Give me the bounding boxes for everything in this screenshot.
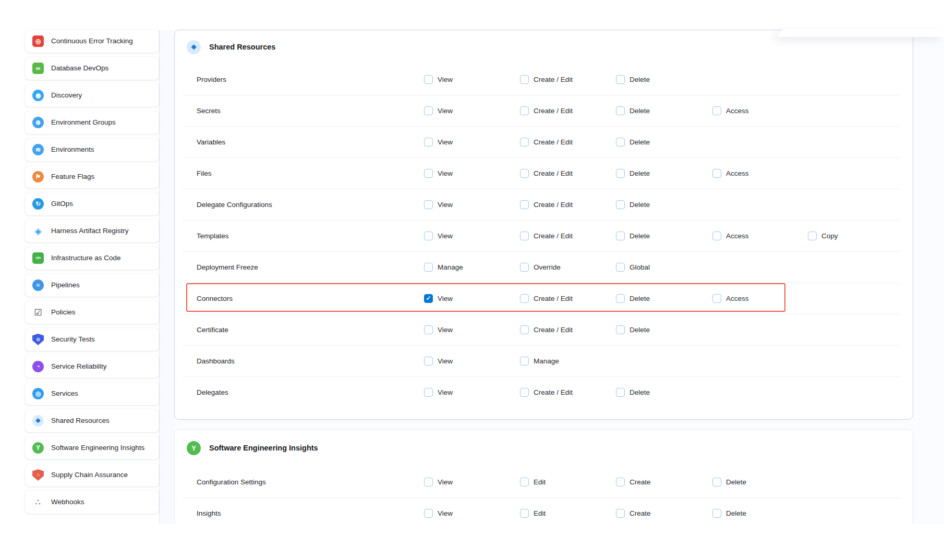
copy-checkbox[interactable] (808, 232, 817, 240)
sidebar-item-software-engineering-insights[interactable]: YSoftware Engineering Insights (25, 436, 159, 459)
permission-label[interactable]: View (438, 388, 453, 396)
sidebar-item-services[interactable]: ◎Services (25, 382, 159, 405)
permission-label[interactable]: Delete (630, 201, 650, 209)
create-edit-checkbox[interactable] (520, 232, 529, 240)
sidebar-item-security-tests[interactable]: ⊙Security Tests (25, 328, 159, 351)
permission-label[interactable]: Delete (630, 138, 650, 146)
view-checkbox[interactable] (424, 325, 433, 334)
create-edit-checkbox[interactable] (520, 325, 529, 334)
permission-label[interactable]: Delete (630, 76, 650, 83)
permission-label[interactable]: Create / Edit (534, 138, 573, 146)
sidebar-item-database-devops[interactable]: ∞Database DevOps (25, 57, 159, 80)
view-checkbox[interactable] (424, 200, 433, 209)
permission-label[interactable]: Delete (726, 478, 746, 486)
permission-label[interactable]: View (438, 201, 453, 209)
permission-label[interactable]: Create / Edit (534, 295, 573, 302)
permission-label[interactable]: View (438, 138, 453, 146)
permission-label[interactable]: Create / Edit (534, 388, 573, 396)
sidebar-item-pipelines[interactable]: ≈Pipelines (25, 274, 159, 297)
permission-label[interactable]: View (438, 509, 453, 517)
override-checkbox[interactable] (520, 263, 529, 272)
sidebar-item-harness-artifact-registry[interactable]: ◈Harness Artifact Registry (25, 220, 159, 242)
create-checkbox[interactable] (616, 478, 625, 486)
sidebar-item-infrastructure-as-code[interactable]: </>Infrastructure as Code (25, 247, 159, 270)
permission-label[interactable]: View (438, 107, 453, 115)
delete-checkbox[interactable] (616, 294, 625, 303)
permission-label[interactable]: Create / Edit (534, 169, 573, 177)
create-edit-checkbox[interactable] (520, 388, 529, 397)
manage-checkbox[interactable] (424, 263, 433, 272)
view-checkbox[interactable] (424, 169, 433, 178)
global-checkbox[interactable] (616, 263, 625, 272)
permission-label[interactable]: Manage (534, 357, 559, 365)
permission-label[interactable]: Create (630, 478, 651, 486)
permission-label[interactable]: View (438, 169, 453, 177)
create-edit-checkbox[interactable] (520, 138, 529, 147)
permission-label[interactable]: Create / Edit (534, 232, 573, 240)
delete-checkbox[interactable] (712, 509, 721, 518)
permission-label[interactable]: Delete (630, 232, 650, 240)
sidebar-item-service-reliability[interactable]: ◔Service Reliability (25, 355, 159, 378)
permission-label[interactable]: Create (630, 509, 651, 517)
permission-label[interactable]: View (438, 76, 453, 83)
delete-checkbox[interactable] (616, 388, 625, 397)
sidebar-item-supply-chain-assurance[interactable]: ∴Supply Chain Assurance (25, 464, 159, 486)
create-edit-checkbox[interactable] (520, 294, 529, 303)
view-checkbox[interactable] (424, 232, 433, 240)
permission-label[interactable]: Edit (534, 509, 546, 517)
access-checkbox[interactable] (712, 169, 721, 178)
delete-checkbox[interactable] (616, 138, 625, 147)
sidebar-item-discovery[interactable]: ◉Discovery (25, 84, 159, 107)
permission-label[interactable]: Access (726, 232, 749, 240)
permission-label[interactable]: Access (726, 169, 749, 177)
sidebar-item-gitops[interactable]: ↻GitOps (25, 192, 159, 215)
access-checkbox[interactable] (712, 232, 721, 240)
permission-label[interactable]: View (438, 357, 453, 365)
create-edit-checkbox[interactable] (520, 200, 529, 209)
permission-label[interactable]: Delete (630, 107, 650, 115)
sidebar-item-environment-groups[interactable]: ⊛Environment Groups (25, 111, 159, 134)
permission-label[interactable]: Delete (630, 326, 650, 334)
permission-label[interactable]: Delete (630, 388, 650, 396)
sidebar-item-feature-flags[interactable]: ⚑Feature Flags (25, 165, 159, 188)
sidebar-item-environments[interactable]: ≋Environments (25, 138, 159, 161)
create-edit-checkbox[interactable] (520, 106, 529, 115)
edit-checkbox[interactable] (520, 478, 529, 486)
delete-checkbox[interactable] (616, 169, 625, 178)
delete-checkbox[interactable] (616, 75, 625, 84)
view-checkbox[interactable] (424, 509, 433, 518)
view-checkbox[interactable] (424, 478, 433, 486)
permission-label[interactable]: Delete (726, 509, 746, 517)
sidebar-item-shared-resources[interactable]: ❖Shared Resources (25, 409, 159, 432)
view-checkbox[interactable] (424, 138, 433, 147)
sidebar-item-continuous-error-tracking[interactable]: ◎Continuous Error Tracking (25, 30, 159, 53)
permission-label[interactable]: Edit (534, 478, 546, 486)
permission-label[interactable]: Copy (821, 232, 838, 240)
delete-checkbox[interactable] (616, 232, 625, 240)
view-checkbox[interactable] (424, 294, 433, 303)
access-checkbox[interactable] (712, 106, 721, 115)
access-checkbox[interactable] (712, 294, 721, 303)
view-checkbox[interactable] (424, 75, 433, 84)
create-edit-checkbox[interactable] (520, 169, 529, 178)
delete-checkbox[interactable] (712, 478, 721, 486)
sidebar-item-policies[interactable]: ☑Policies (25, 301, 159, 324)
permission-label[interactable]: Global (630, 263, 650, 271)
delete-checkbox[interactable] (616, 200, 625, 209)
permission-label[interactable]: Manage (438, 263, 463, 271)
create-checkbox[interactable] (616, 509, 625, 518)
permission-label[interactable]: Create / Edit (534, 76, 573, 83)
permission-label[interactable]: Access (726, 107, 749, 115)
edit-checkbox[interactable] (520, 509, 529, 518)
permission-label[interactable]: Access (726, 295, 749, 302)
permission-label[interactable]: Override (534, 263, 561, 271)
permission-label[interactable]: Create / Edit (534, 201, 573, 209)
permission-label[interactable]: View (438, 232, 453, 240)
permission-label[interactable]: Create / Edit (534, 107, 573, 115)
permission-label[interactable]: Delete (630, 295, 650, 302)
view-checkbox[interactable] (424, 388, 433, 397)
view-checkbox[interactable] (424, 106, 433, 115)
permission-label[interactable]: View (438, 326, 453, 334)
permission-label[interactable]: Delete (630, 169, 650, 177)
permission-label[interactable]: View (438, 478, 453, 486)
